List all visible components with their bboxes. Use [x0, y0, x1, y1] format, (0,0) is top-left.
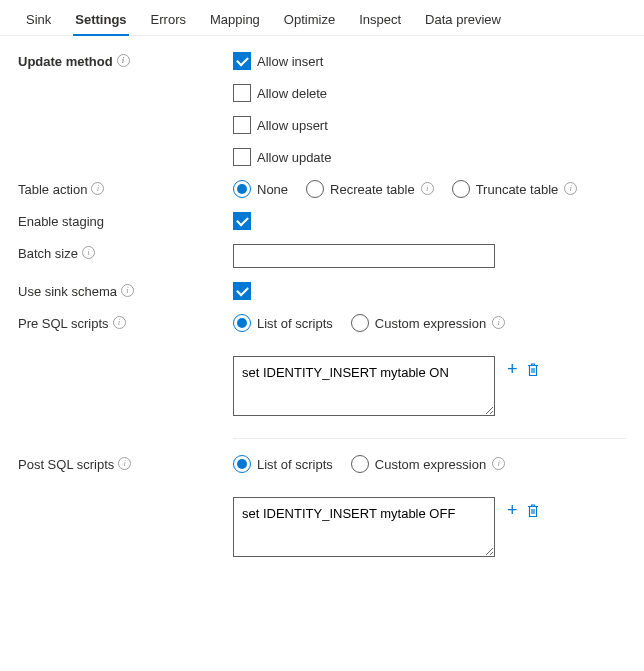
- checkbox-enable-staging[interactable]: [233, 212, 251, 230]
- tab-bar: Sink Settings Errors Mapping Optimize In…: [0, 0, 644, 36]
- label-table-action: Table action i: [18, 180, 233, 197]
- section-divider: [233, 438, 626, 439]
- radio-table-recreate[interactable]: [306, 180, 324, 198]
- info-icon[interactable]: i: [492, 316, 505, 329]
- tab-settings[interactable]: Settings: [63, 6, 138, 35]
- textarea-pre-script[interactable]: [233, 356, 495, 416]
- checkbox-allow-insert-label: Allow insert: [257, 54, 323, 69]
- checkbox-allow-delete-label: Allow delete: [257, 86, 327, 101]
- info-icon[interactable]: i: [118, 457, 131, 470]
- label-post-sql-scripts: Post SQL scripts i: [18, 455, 233, 472]
- radio-post-list-label: List of scripts: [257, 457, 333, 472]
- checkbox-allow-update-label: Allow update: [257, 150, 331, 165]
- tab-sink[interactable]: Sink: [14, 6, 63, 35]
- radio-pre-custom-label: Custom expression: [375, 316, 486, 331]
- info-icon[interactable]: i: [421, 182, 434, 195]
- radio-pre-list[interactable]: [233, 314, 251, 332]
- checkbox-allow-update[interactable]: [233, 148, 251, 166]
- info-icon[interactable]: i: [564, 182, 577, 195]
- tab-inspect[interactable]: Inspect: [347, 6, 413, 35]
- tab-mapping[interactable]: Mapping: [198, 6, 272, 35]
- radio-table-truncate[interactable]: [452, 180, 470, 198]
- delete-icon[interactable]: [526, 503, 540, 518]
- delete-icon[interactable]: [526, 362, 540, 377]
- checkbox-allow-upsert[interactable]: [233, 116, 251, 134]
- textarea-post-script[interactable]: [233, 497, 495, 557]
- checkbox-use-sink-schema[interactable]: [233, 282, 251, 300]
- label-pre-sql-scripts: Pre SQL scripts i: [18, 314, 233, 331]
- input-batch-size[interactable]: [233, 244, 495, 268]
- label-update-method: Update method i: [18, 52, 233, 69]
- settings-form: Update method i Allow insert Allow delet…: [0, 36, 644, 601]
- radio-post-custom-label: Custom expression: [375, 457, 486, 472]
- radio-table-none-label: None: [257, 182, 288, 197]
- tab-optimize[interactable]: Optimize: [272, 6, 347, 35]
- add-icon[interactable]: [507, 360, 518, 378]
- checkbox-allow-delete[interactable]: [233, 84, 251, 102]
- label-enable-staging: Enable staging: [18, 212, 233, 229]
- info-icon[interactable]: i: [121, 284, 134, 297]
- radio-post-list[interactable]: [233, 455, 251, 473]
- info-icon[interactable]: i: [492, 457, 505, 470]
- radio-post-custom[interactable]: [351, 455, 369, 473]
- checkbox-allow-insert[interactable]: [233, 52, 251, 70]
- label-batch-size: Batch size i: [18, 244, 233, 261]
- add-icon[interactable]: [507, 501, 518, 519]
- radio-pre-custom[interactable]: [351, 314, 369, 332]
- info-icon[interactable]: i: [82, 246, 95, 259]
- radio-table-none[interactable]: [233, 180, 251, 198]
- radio-table-recreate-label: Recreate table: [330, 182, 415, 197]
- label-use-sink-schema: Use sink schema i: [18, 282, 233, 299]
- tab-errors[interactable]: Errors: [139, 6, 198, 35]
- info-icon[interactable]: i: [91, 182, 104, 195]
- radio-pre-list-label: List of scripts: [257, 316, 333, 331]
- tab-data-preview[interactable]: Data preview: [413, 6, 513, 35]
- radio-table-truncate-label: Truncate table: [476, 182, 559, 197]
- info-icon[interactable]: i: [113, 316, 126, 329]
- info-icon[interactable]: i: [117, 54, 130, 67]
- checkbox-allow-upsert-label: Allow upsert: [257, 118, 328, 133]
